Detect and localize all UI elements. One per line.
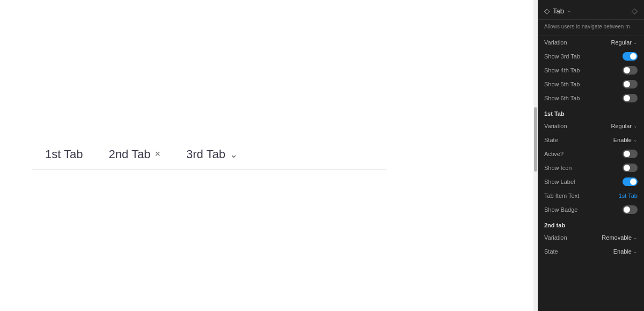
scrollbar-thumb[interactable]: [534, 107, 537, 172]
first-tab-show-label-thumb: [630, 179, 636, 185]
tab-2-label: 2nd Tab: [109, 147, 151, 161]
right-panel: ◇ Tab ⌄ ◇ Allows users to navigate betwe…: [538, 0, 644, 311]
panel-header: ◇ Tab ⌄ ◇: [538, 0, 644, 20]
first-tab-active-thumb: [624, 151, 630, 157]
panel-title: Tab: [553, 7, 564, 15]
first-tab-show-badge-label: Show Badge: [544, 206, 577, 213]
diamond-icon: ◇: [544, 7, 550, 15]
first-tab-show-label-row: Show Label: [538, 175, 644, 189]
scrollbar[interactable]: [533, 0, 538, 311]
show-4th-tab-thumb: [624, 67, 630, 73]
first-tab-active-row: Active?: [538, 147, 644, 161]
first-tab-show-label-label: Show Label: [544, 179, 575, 185]
first-tab-variation-value[interactable]: Regular ⌄: [611, 123, 638, 129]
second-tab-state-text: Enable: [613, 248, 632, 255]
first-tab-show-badge-row: Show Badge: [538, 203, 644, 217]
first-tab-show-badge-toggle[interactable]: [623, 205, 638, 214]
variation-label: Variation: [544, 39, 567, 46]
tab-3[interactable]: 3rd Tab ⌄: [173, 142, 251, 169]
first-tab-show-icon-row: Show Icon: [538, 161, 644, 175]
first-tab-active-label: Active?: [544, 151, 564, 157]
show-3rd-tab-toggle[interactable]: [623, 52, 638, 61]
second-tab-variation-chevron: ⌄: [633, 235, 638, 240]
canvas-area: 1st Tab 2nd Tab × 3rd Tab ⌄: [0, 0, 533, 311]
second-tab-state-value[interactable]: Enable ⌄: [613, 248, 638, 255]
show-4th-tab-label: Show 4th Tab: [544, 67, 580, 73]
first-tab-section-title: 1st Tab: [544, 110, 565, 117]
first-tab-item-text-row: Tab Item Text 1st Tab: [538, 189, 644, 203]
first-tab-section-header: 1st Tab: [538, 105, 644, 119]
second-tab-variation-text: Removable: [602, 234, 632, 241]
show-6th-tab-label: Show 6th Tab: [544, 95, 580, 101]
first-tab-variation-chevron: ⌄: [633, 123, 638, 129]
tab-2[interactable]: 2nd Tab ×: [96, 142, 173, 169]
first-tab-item-text-value[interactable]: 1st Tab: [619, 192, 638, 199]
show-3rd-tab-thumb: [630, 53, 636, 60]
tab-1[interactable]: 1st Tab: [32, 142, 96, 169]
variation-row: Variation Regular ⌄: [538, 35, 644, 49]
show-4th-tab-row: Show 4th Tab: [538, 63, 644, 77]
first-tab-show-icon-label: Show Icon: [544, 165, 572, 171]
first-tab-state-chevron: ⌄: [633, 137, 638, 143]
second-tab-state-row: State Enable ⌄: [538, 245, 644, 258]
show-3rd-tab-row: Show 3rd Tab: [538, 49, 644, 63]
panel-title-chevron: ⌄: [567, 8, 572, 13]
second-tab-variation-value[interactable]: Removable ⌄: [602, 234, 638, 241]
show-5th-tab-thumb: [624, 81, 630, 87]
second-tab-section-header: 2nd tab: [538, 217, 644, 231]
second-tab-variation-label: Variation: [544, 234, 567, 241]
edit-icon[interactable]: ◇: [632, 6, 638, 15]
panel-description-text: Allows users to navigate between m: [544, 24, 630, 29]
show-5th-tab-label: Show 5th Tab: [544, 81, 580, 87]
first-tab-variation-label: Variation: [544, 123, 567, 129]
first-tab-state-value[interactable]: Enable ⌄: [613, 137, 638, 143]
second-tab-state-label: State: [544, 248, 558, 255]
show-5th-tab-toggle[interactable]: [623, 80, 638, 88]
second-tab-section-title: 2nd tab: [544, 222, 565, 228]
tab-3-chevron-icon[interactable]: ⌄: [230, 149, 238, 160]
panel-description: Allows users to navigate between m: [538, 20, 644, 35]
first-tab-active-toggle[interactable]: [623, 150, 638, 158]
second-tab-variation-row: Variation Removable ⌄: [538, 231, 644, 245]
first-tab-show-badge-thumb: [624, 206, 630, 213]
first-tab-item-text-label: Tab Item Text: [544, 192, 579, 199]
show-6th-tab-thumb: [624, 95, 630, 101]
first-tab-state-row: State Enable ⌄: [538, 133, 644, 147]
first-tab-state-text: Enable: [613, 137, 632, 143]
tab-3-label: 3rd Tab: [186, 147, 225, 161]
show-5th-tab-row: Show 5th Tab: [538, 77, 644, 91]
show-6th-tab-toggle[interactable]: [623, 94, 638, 102]
show-3rd-tab-label: Show 3rd Tab: [544, 53, 580, 60]
first-tab-variation-row: Variation Regular ⌄: [538, 119, 644, 133]
variation-value-text: Regular: [611, 39, 632, 46]
tab-bar: 1st Tab 2nd Tab × 3rd Tab ⌄: [32, 142, 386, 169]
panel-header-left: ◇ Tab ⌄: [544, 7, 572, 15]
tab-2-close-icon[interactable]: ×: [155, 149, 160, 160]
first-tab-show-icon-thumb: [624, 165, 630, 171]
first-tab-state-label: State: [544, 137, 558, 143]
second-tab-state-chevron: ⌄: [633, 249, 638, 254]
variation-value[interactable]: Regular ⌄: [611, 39, 638, 46]
tab-1-label: 1st Tab: [45, 147, 83, 161]
first-tab-variation-text: Regular: [611, 123, 632, 129]
first-tab-show-label-toggle[interactable]: [623, 177, 638, 186]
variation-chevron: ⌄: [633, 40, 638, 45]
first-tab-show-icon-toggle[interactable]: [623, 164, 638, 172]
show-4th-tab-toggle[interactable]: [623, 66, 638, 75]
show-6th-tab-row: Show 6th Tab: [538, 91, 644, 105]
